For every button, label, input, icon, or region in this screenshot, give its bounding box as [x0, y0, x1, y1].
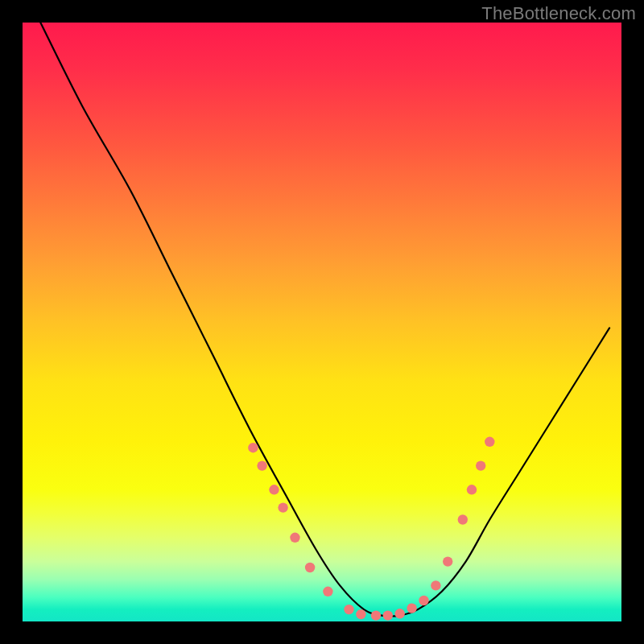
data-point — [467, 485, 477, 494]
data-point — [305, 563, 315, 572]
data-point — [356, 609, 365, 619]
data-point — [323, 587, 332, 597]
bottleneck-curve — [40, 23, 609, 617]
chart-frame: TheBottleneck.com — [0, 0, 644, 644]
data-point — [458, 514, 468, 524]
data-point — [269, 485, 279, 494]
data-point — [431, 580, 440, 590]
data-point — [476, 460, 485, 470]
data-point — [395, 609, 405, 618]
data-point — [383, 610, 393, 620]
watermark-text: TheBottleneck.com — [481, 3, 636, 24]
plot-area — [23, 23, 621, 621]
data-point — [443, 556, 452, 566]
data-point — [371, 610, 381, 620]
data-point — [248, 443, 258, 452]
data-point — [485, 437, 494, 447]
data-point — [278, 502, 287, 512]
data-markers — [248, 437, 494, 621]
data-point — [407, 603, 416, 613]
data-point — [419, 596, 428, 605]
chart-svg — [23, 23, 621, 621]
data-point — [344, 605, 353, 614]
data-point — [257, 460, 266, 470]
data-point — [290, 533, 299, 543]
